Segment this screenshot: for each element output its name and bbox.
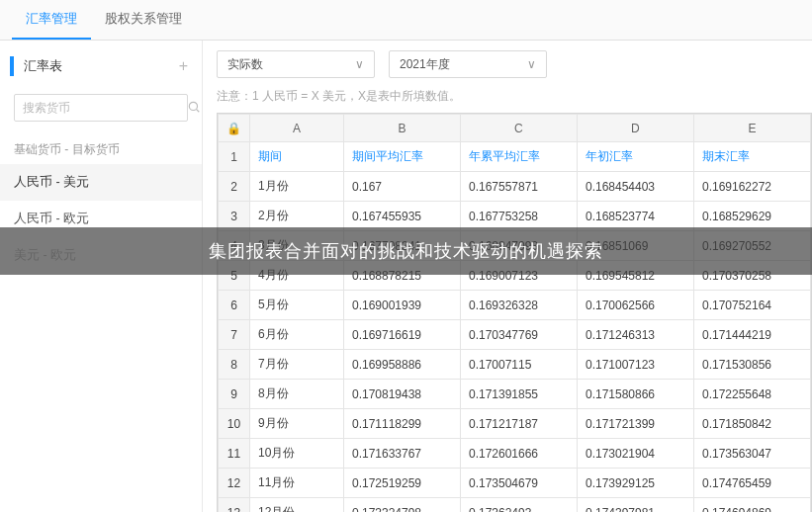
table-header-row: 1期间期间平均汇率年累平均汇率年初汇率期末汇率 — [219, 142, 811, 172]
data-cell[interactable]: 0.170370258 — [693, 261, 810, 291]
data-cell[interactable]: 0.170347769 — [460, 320, 577, 350]
data-cell[interactable]: 0.173563047 — [693, 439, 810, 469]
data-cell[interactable]: 0.169545812 — [577, 261, 693, 291]
row-number: 4 — [219, 231, 250, 261]
table-row: 43月份0.1677083410.1688470930.168510690.16… — [219, 231, 811, 261]
controls-row: 实际数 ∨ 2021年度 ∨ — [217, 50, 812, 78]
col-letter: B — [343, 115, 460, 142]
data-cell[interactable]: 0.169716619 — [343, 320, 460, 350]
data-cell[interactable]: 0.171530856 — [693, 350, 810, 380]
data-cell[interactable]: 0.169162272 — [693, 172, 810, 202]
data-cell[interactable]: 0.169270552 — [693, 231, 810, 261]
currency-item-rmb-eur[interactable]: 人民币 - 欧元 — [0, 201, 202, 237]
data-cell[interactable]: 0.170819438 — [343, 380, 460, 409]
data-cell[interactable]: 0.170062566 — [577, 291, 693, 320]
data-cell[interactable]: 0.168529629 — [693, 202, 810, 231]
data-cell[interactable]: 0.171580866 — [577, 380, 693, 409]
data-cell[interactable]: 9月份 — [250, 409, 344, 439]
data-cell[interactable]: 3月份 — [250, 231, 344, 261]
header-cell[interactable]: 年累平均汇率 — [460, 142, 577, 172]
data-cell[interactable]: 2月份 — [250, 202, 344, 231]
data-cell[interactable]: 0.17362493 — [460, 498, 577, 513]
data-cell[interactable]: 0.171118299 — [343, 409, 460, 439]
data-cell[interactable]: 0.167708341 — [343, 231, 460, 261]
data-cell[interactable]: 0.171721399 — [577, 409, 693, 439]
data-cell[interactable]: 0.171633767 — [343, 439, 460, 469]
table-row: 87月份0.1699588860.170071150.1710071230.17… — [219, 350, 811, 380]
row-number: 3 — [219, 202, 250, 231]
data-cell[interactable]: 0.169958886 — [343, 350, 460, 380]
currency-item-usd-eur[interactable]: 美元 - 欧元 — [0, 237, 202, 274]
data-cell[interactable]: 0.171007123 — [577, 350, 693, 380]
tab-rate-mgmt[interactable]: 汇率管理 — [12, 0, 91, 40]
data-cell[interactable]: 0.174694869 — [693, 498, 810, 513]
data-cell[interactable]: 0.172519259 — [343, 469, 460, 498]
header-cell[interactable]: 期间 — [250, 142, 344, 172]
header-cell[interactable]: 年初汇率 — [577, 142, 693, 172]
header-cell[interactable]: 期间平均汇率 — [343, 142, 460, 172]
data-cell[interactable]: 0.173929125 — [577, 469, 693, 498]
data-cell[interactable]: 7月份 — [250, 350, 344, 380]
data-cell[interactable]: 0.167455935 — [343, 202, 460, 231]
data-cell[interactable]: 12月份 — [250, 498, 344, 513]
data-cell[interactable]: 0.167753258 — [460, 202, 577, 231]
data-cell[interactable]: 8月份 — [250, 380, 344, 409]
data-cell[interactable]: 11月份 — [250, 469, 344, 498]
currency-group-label: 基础货币 - 目标货币 — [0, 135, 202, 164]
data-cell[interactable]: 0.171850842 — [693, 409, 810, 439]
data-cell[interactable]: 5月份 — [250, 291, 344, 320]
select-year[interactable]: 2021年度 ∨ — [389, 50, 547, 78]
data-cell[interactable]: 0.17007115 — [460, 350, 577, 380]
data-cell[interactable]: 0.171217187 — [460, 409, 577, 439]
svg-point-0 — [189, 102, 197, 110]
search-box[interactable] — [14, 94, 188, 122]
row-number: 5 — [219, 261, 250, 291]
select-actual[interactable]: 实际数 ∨ — [217, 50, 375, 78]
data-cell[interactable]: 0.172255648 — [693, 380, 810, 409]
col-letter: D — [577, 115, 693, 142]
data-cell[interactable]: 0.173504679 — [460, 469, 577, 498]
data-cell[interactable]: 0.174765459 — [693, 469, 810, 498]
data-cell[interactable]: 0.169001939 — [343, 291, 460, 320]
table-row: 54月份0.1688782150.1690071230.1695458120.1… — [219, 261, 811, 291]
data-cell[interactable]: 0.167 — [343, 172, 460, 202]
data-cell[interactable]: 0.172601666 — [460, 439, 577, 469]
data-cell[interactable]: 0.168523774 — [577, 202, 693, 231]
data-cell[interactable]: 0.171391855 — [460, 380, 577, 409]
table-row: 1110月份0.1716337670.1726016660.1730219040… — [219, 439, 811, 469]
data-cell[interactable]: 0.167557871 — [460, 172, 577, 202]
data-cell[interactable]: 0.171246313 — [577, 320, 693, 350]
data-cell[interactable]: 0.168847093 — [460, 231, 577, 261]
data-cell[interactable]: 0.169326328 — [460, 291, 577, 320]
data-cell[interactable]: 6月份 — [250, 320, 344, 350]
data-cell[interactable]: 10月份 — [250, 439, 344, 469]
table-row: 76月份0.1697166190.1703477690.1712463130.1… — [219, 320, 811, 350]
data-cell[interactable]: 0.171444219 — [693, 320, 810, 350]
top-tabs: 汇率管理 股权关系管理 — [0, 0, 812, 41]
currency-list: 人民币 - 美元 人民币 - 欧元 美元 - 欧元 — [0, 164, 202, 274]
data-cell[interactable]: 0.174397981 — [577, 498, 693, 513]
row-number: 1 — [219, 142, 250, 172]
data-cell[interactable]: 0.173324798 — [343, 498, 460, 513]
row-number: 7 — [219, 320, 250, 350]
data-cell[interactable]: 0.173021904 — [577, 439, 693, 469]
data-cell[interactable]: 4月份 — [250, 261, 344, 291]
row-number: 6 — [219, 291, 250, 320]
search-input[interactable] — [15, 101, 179, 115]
table-row: 1211月份0.1725192590.1735046790.1739291250… — [219, 469, 811, 498]
header-cell[interactable]: 期末汇率 — [693, 142, 810, 172]
chevron-down-icon: ∨ — [355, 57, 364, 71]
tab-equity-mgmt[interactable]: 股权关系管理 — [91, 0, 196, 40]
col-letter: E — [693, 115, 810, 142]
table-row: 32月份0.1674559350.1677532580.1685237740.1… — [219, 202, 811, 231]
data-cell[interactable]: 0.170752164 — [693, 291, 810, 320]
data-cell[interactable]: 0.169007123 — [460, 261, 577, 291]
select-actual-value: 实际数 — [227, 56, 263, 73]
data-cell[interactable]: 0.16851069 — [577, 231, 693, 261]
data-cell[interactable]: 0.168878215 — [343, 261, 460, 291]
currency-item-rmb-usd[interactable]: 人民币 - 美元 — [0, 164, 202, 201]
data-cell[interactable]: 0.168454403 — [577, 172, 693, 202]
add-rate-button[interactable]: + — [179, 57, 188, 75]
data-cell[interactable]: 1月份 — [250, 172, 344, 202]
rate-table: 🔒 A B C D E 1期间期间平均汇率年累平均汇率年初汇率期末汇率21月份0… — [218, 114, 811, 512]
